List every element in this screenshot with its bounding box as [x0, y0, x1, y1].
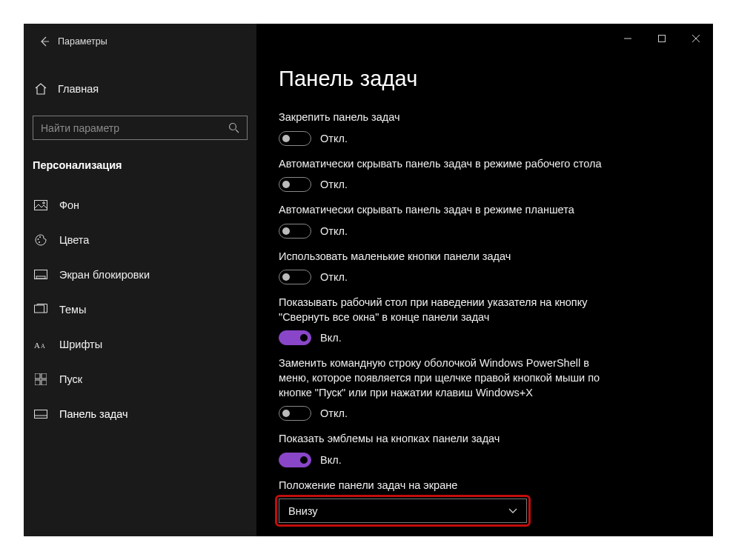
toggle-state: Откл.: [320, 133, 348, 144]
content-pane: Панель задач Закрепить панель задач Откл…: [256, 24, 713, 536]
toggle-powershell[interactable]: [279, 406, 311, 421]
setting-label: Закрепить панель задач: [279, 110, 612, 125]
sidebar-section-label: Персонализация: [33, 159, 256, 171]
search-row: Найти параметр: [33, 116, 248, 140]
toggle-state: Вкл.: [320, 454, 342, 466]
close-button[interactable]: [679, 24, 713, 53]
toggle-autohide-desktop[interactable]: [279, 177, 311, 192]
svg-rect-13: [42, 373, 47, 379]
setting-small-buttons: Использовать маленькие кнопки панели зад…: [279, 250, 612, 285]
sidebar-item-lockscreen[interactable]: Экран блокировки: [24, 257, 256, 292]
maximize-button[interactable]: [645, 24, 679, 53]
setting-label: Заменить командную строку оболочкой Wind…: [279, 356, 612, 400]
setting-label: Автоматически скрывать панель задач в ре…: [279, 157, 612, 172]
sidebar-nav-list: Фон Цвета Экран блокировки Темы: [24, 187, 256, 431]
toggle-lock-taskbar[interactable]: [279, 131, 311, 146]
toggle-state: Откл.: [320, 225, 348, 237]
setting-label: Автоматически скрывать панель задач в ре…: [279, 203, 612, 218]
sidebar-home[interactable]: Главная: [24, 73, 256, 105]
svg-rect-12: [35, 373, 40, 379]
setting-badges: Показать эмблемы на кнопках панели задач…: [279, 432, 612, 467]
minimize-icon: [624, 35, 631, 42]
toggle-small-buttons[interactable]: [279, 270, 311, 284]
svg-rect-17: [35, 416, 47, 419]
sidebar-header: Параметры: [24, 24, 256, 59]
taskbar-icon: [33, 410, 49, 419]
setting-label: Показать эмблемы на кнопках панели задач: [279, 432, 612, 447]
svg-rect-0: [659, 36, 666, 42]
start-icon: [33, 373, 49, 385]
setting-label: Показывать рабочий стол при наведении ук…: [279, 296, 612, 324]
home-icon: [33, 82, 49, 96]
palette-icon: [33, 233, 49, 247]
toggle-state: Откл.: [320, 407, 348, 419]
toggle-state: Откл.: [320, 179, 348, 190]
svg-point-1: [230, 124, 236, 130]
svg-rect-2: [35, 200, 47, 210]
picture-icon: [33, 200, 49, 210]
toggle-state: Вкл.: [320, 332, 342, 344]
svg-text:A: A: [41, 343, 45, 350]
close-icon: [692, 35, 700, 42]
sidebar: Параметры Главная Найти параметр Персона…: [24, 24, 256, 536]
fonts-icon: AA: [33, 339, 49, 350]
sidebar-item-label: Фон: [59, 199, 79, 211]
setting-peek-desktop: Показывать рабочий стол при наведении ук…: [279, 296, 612, 345]
toggle-autohide-tablet[interactable]: [279, 224, 311, 239]
toggle-peek-desktop[interactable]: [279, 330, 311, 345]
sidebar-item-label: Темы: [59, 304, 87, 316]
dropdown-value: Внизу: [288, 505, 318, 517]
themes-icon: [33, 304, 49, 316]
setting-autohide-tablet: Автоматически скрывать панель задач в ре…: [279, 203, 612, 239]
setting-label: Использовать маленькие кнопки панели зад…: [279, 250, 612, 264]
titlebar-controls: [611, 24, 713, 53]
sidebar-item-fonts[interactable]: AA Шрифты: [24, 327, 256, 361]
svg-point-5: [39, 236, 41, 238]
settings-window: Параметры Главная Найти параметр Персона…: [24, 24, 713, 536]
setting-lock-taskbar: Закрепить панель задач Откл.: [279, 110, 612, 146]
setting-powershell: Заменить командную строку оболочкой Wind…: [279, 356, 612, 421]
svg-point-4: [38, 239, 39, 240]
lockscreen-icon: [33, 270, 49, 280]
svg-rect-9: [35, 305, 44, 313]
app-title: Параметры: [58, 36, 107, 47]
sidebar-item-label: Панель задач: [59, 408, 128, 420]
toggle-state: Откл.: [320, 271, 348, 283]
sidebar-item-label: Экран блокировки: [59, 269, 150, 281]
svg-point-3: [43, 201, 45, 204]
search-placeholder: Найти параметр: [41, 122, 119, 134]
svg-rect-14: [35, 380, 40, 385]
svg-rect-15: [42, 380, 47, 385]
minimize-button[interactable]: [611, 24, 645, 53]
svg-text:A: A: [34, 341, 40, 350]
sidebar-item-background[interactable]: Фон: [24, 187, 256, 222]
toggle-badges[interactable]: [279, 453, 311, 467]
setting-autohide-desktop: Автоматически скрывать панель задач в ре…: [279, 157, 612, 193]
taskbar-position-dropdown[interactable]: Внизу: [279, 499, 527, 523]
maximize-icon: [658, 35, 666, 42]
svg-point-6: [39, 241, 40, 243]
sidebar-item-label: Пуск: [59, 373, 82, 385]
chevron-down-icon: [508, 508, 517, 514]
sidebar-item-label: Шрифты: [59, 339, 102, 350]
setting-taskbar-position: Положение панели задач на экране Внизу: [279, 479, 612, 524]
sidebar-item-start[interactable]: Пуск: [24, 361, 256, 396]
home-label: Главная: [58, 83, 99, 95]
search-icon: [228, 122, 239, 133]
setting-label: Положение панели задач на экране: [279, 479, 612, 493]
sidebar-item-label: Цвета: [59, 234, 89, 246]
search-input[interactable]: Найти параметр: [33, 116, 248, 140]
back-arrow-icon: [39, 36, 50, 47]
svg-rect-8: [36, 276, 45, 279]
back-button[interactable]: [31, 28, 58, 55]
page-title: Панель задач: [279, 67, 691, 91]
sidebar-item-taskbar[interactable]: Панель задач: [24, 396, 256, 431]
sidebar-item-colors[interactable]: Цвета: [24, 222, 256, 257]
svg-rect-16: [35, 410, 47, 418]
sidebar-item-themes[interactable]: Темы: [24, 292, 256, 327]
